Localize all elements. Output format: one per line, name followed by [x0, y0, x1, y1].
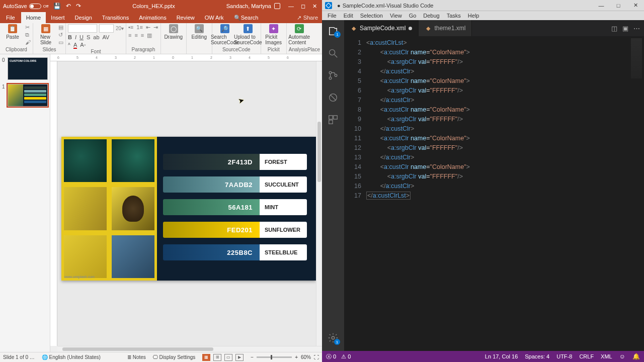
sorter-view-button[interactable]: ⊞ [213, 354, 221, 361]
color-row[interactable]: 56A181MINT [163, 199, 307, 215]
tab-home[interactable]: Home [21, 12, 46, 23]
more-actions-icon[interactable]: ⋯ [633, 25, 640, 32]
eol[interactable]: CRLF [579, 353, 594, 359]
search-icon[interactable] [327, 47, 339, 59]
reset-icon[interactable]: ↺ [58, 32, 63, 38]
align-right-button[interactable]: ≡ [141, 32, 144, 39]
thumbnail-1[interactable] [8, 84, 48, 107]
tab-theme1[interactable]: ◆ theme1.xml [419, 20, 472, 36]
slide-counter[interactable]: Slide 1 of 0 … [3, 354, 35, 360]
slide-canvas[interactable]: 2F413DFOREST 7AADB2SUCCULENT 56A181MINT … [57, 61, 322, 346]
search-sourcecode-button[interactable]: 🔎Search SourceCode [214, 24, 235, 45]
thumbnail-pane[interactable]: 0 CUSTOM COLORS 1 [0, 54, 50, 352]
cursor-position[interactable]: Ln 17, Col 16 [485, 353, 518, 359]
user-name[interactable]: Sandach, Martyna [226, 3, 280, 9]
slide[interactable]: 2F413DFOREST 7AADB2SUCCULENT 56A181MINT … [61, 137, 316, 281]
tab-animations[interactable]: Animations [134, 12, 171, 23]
debug-icon[interactable] [327, 92, 339, 104]
notifications-icon[interactable]: 🔔 [632, 353, 640, 360]
language[interactable]: 🌐 English (United States) [42, 354, 101, 360]
menu-edit[interactable]: Edit [341, 13, 356, 19]
tab-file[interactable]: File [0, 12, 21, 23]
tab-owark[interactable]: OW Ark [200, 12, 229, 23]
italic-button[interactable]: I [75, 34, 76, 40]
font-size-input[interactable] [99, 24, 114, 33]
indent-inc-button[interactable]: ⇥ [153, 24, 158, 31]
close-icon[interactable]: ✕ [312, 3, 317, 10]
encoding[interactable]: UTF-8 [556, 353, 572, 359]
shadow-button[interactable]: ab [93, 34, 99, 40]
clear-format-button[interactable]: A◦ [80, 42, 86, 49]
thumbnail-0[interactable]: CUSTOM COLORS [8, 57, 48, 80]
color-row[interactable]: 225B8CSTEELBLUE [163, 244, 307, 260]
maximize-icon[interactable]: ◻ [301, 3, 305, 10]
minimize-icon[interactable]: — [288, 3, 294, 10]
bold-button[interactable]: B [68, 34, 72, 40]
split-editor-icon[interactable]: ◫ [611, 25, 617, 32]
zoom-control[interactable]: −+ 60% ⛶ [251, 354, 319, 360]
minimap[interactable] [629, 36, 644, 351]
indent[interactable]: Spaces: 4 [525, 353, 549, 359]
feedback-icon[interactable]: ☺ [619, 353, 625, 360]
slideshow-button[interactable]: ▶ [235, 354, 244, 361]
cut-icon[interactable]: ✂ [25, 24, 31, 31]
indent-dec-button[interactable]: ⇤ [146, 24, 150, 31]
display-settings-button[interactable]: 🖵 Display Settings [153, 354, 195, 360]
underline-button[interactable]: U [79, 34, 84, 40]
code-editor[interactable]: 1234567891011121314151617 <a:custClrLst>… [344, 36, 644, 351]
section-icon[interactable]: ▭ [58, 39, 63, 46]
tab-design[interactable]: Design [70, 12, 97, 23]
extensions-icon[interactable] [327, 114, 339, 126]
git-icon[interactable] [327, 69, 339, 81]
tab-samplecode[interactable]: ◆ SampleCode.xml [344, 20, 419, 36]
menu-debug[interactable]: Debug [421, 13, 442, 19]
color-row[interactable]: 7AADB2SUCCULENT [163, 176, 307, 193]
upload-sourcecode-button[interactable]: ⬆Upload to SourceCode [237, 24, 259, 45]
font-color-button[interactable]: A [73, 42, 77, 49]
notes-button[interactable]: ≣ Notes [127, 354, 146, 360]
format-painter-icon[interactable]: 🖌 [25, 39, 31, 45]
font-name-input[interactable] [68, 24, 97, 33]
paste-button[interactable]: 📋Paste [2, 24, 23, 40]
save-icon[interactable]: 💾 [53, 3, 61, 10]
new-slide-button[interactable]: ▦New Slide [35, 24, 56, 45]
reading-view-button[interactable]: ▭ [224, 354, 232, 361]
vertical-scrollbar[interactable] [316, 61, 322, 346]
align-left-button[interactable]: ≡ [128, 32, 131, 39]
code-content[interactable]: <a:custClrLst> <a:custClr name="ColorNam… [366, 36, 629, 351]
tab-search[interactable]: 🔍 Search [229, 12, 264, 23]
align-center-button[interactable]: ≡ [134, 32, 137, 39]
settings-gear-icon[interactable]: 1 [327, 332, 339, 344]
copy-icon[interactable]: ⧉ [25, 32, 31, 38]
errors-count[interactable]: ⓧ 0 [326, 353, 336, 360]
normal-view-button[interactable]: ▦ [202, 354, 210, 361]
close-button[interactable]: ✕ [627, 0, 644, 11]
horizontal-scrollbar[interactable] [57, 346, 322, 352]
share-button[interactable]: ↗ Share [297, 15, 318, 21]
spacing-button[interactable]: AV [103, 34, 110, 40]
tab-transitions[interactable]: Transitions [97, 12, 134, 23]
language-mode[interactable]: XML [601, 353, 612, 359]
menu-view[interactable]: View [387, 13, 405, 19]
editing-button[interactable]: 🔍Editing [189, 24, 210, 40]
menu-go[interactable]: Go [407, 13, 419, 19]
columns-button[interactable]: ▥ [147, 32, 152, 39]
tab-insert[interactable]: Insert [46, 12, 70, 23]
pickit-button[interactable]: ✦Pickit Images [263, 24, 284, 45]
bullets-button[interactable]: •≡ [128, 24, 133, 31]
undo-icon[interactable]: ↶ [66, 3, 71, 10]
automate-content-button[interactable]: ⟳Automate Content [289, 24, 310, 45]
autosave-toggle[interactable] [29, 4, 41, 9]
menu-tasks[interactable]: Tasks [444, 13, 463, 19]
menu-help[interactable]: Help [465, 13, 482, 19]
layout-icon[interactable]: ▤ [58, 24, 63, 31]
menu-file[interactable]: File [325, 13, 339, 19]
color-row[interactable]: FED201SUNFLOWER [163, 222, 307, 238]
color-row[interactable]: 2F413DFOREST [163, 154, 307, 170]
autosave[interactable]: AutoSave Off [3, 3, 48, 9]
menu-selection[interactable]: Selection [358, 13, 385, 19]
warnings-count[interactable]: ⚠ 0 [341, 353, 351, 360]
maximize-button[interactable]: □ [610, 0, 627, 11]
numbering-button[interactable]: 1≡ [136, 24, 143, 31]
tab-review[interactable]: Review [172, 12, 200, 23]
